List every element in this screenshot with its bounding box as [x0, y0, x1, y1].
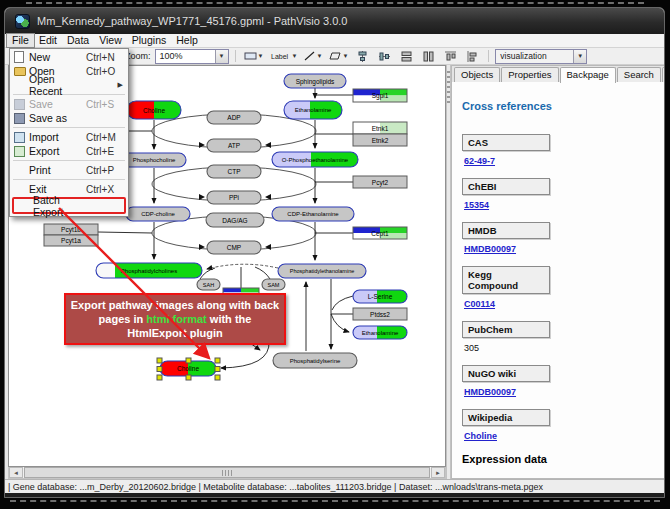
- menubar-item-help[interactable]: Help: [171, 34, 203, 47]
- tab-properties[interactable]: Properties: [501, 67, 558, 82]
- file-menu-item-print[interactable]: PrintCtrl+P: [10, 163, 128, 177]
- visualization-combobox[interactable]: visualization ▼: [495, 49, 587, 64]
- svg-text:Phosphatidylserine: Phosphatidylserine: [290, 358, 341, 364]
- chevron-down-icon[interactable]: ▼: [215, 50, 228, 63]
- cross-references-heading: Cross references: [462, 100, 665, 112]
- pathway-node-l-serine[interactable]: L-Serine: [353, 290, 407, 303]
- xref-link-hmdb00097[interactable]: HMDB00097: [464, 387, 516, 397]
- pathway-node-cmp[interactable]: CMP: [207, 241, 261, 254]
- title-bar[interactable]: Mm_Kennedy_pathway_WP1771_45176.gpml - P…: [5, 8, 664, 34]
- pathway-node-ctp[interactable]: CTP: [207, 165, 261, 178]
- pathway-node-cdp-choline[interactable]: CDP-choline: [126, 207, 190, 221]
- app-icon: [15, 14, 30, 29]
- tab-legend[interactable]: Legend: [662, 67, 665, 82]
- scroll-left-icon[interactable]: ◄: [9, 467, 23, 478]
- pathway-node-ethanolamine[interactable]: Ethanolamine: [284, 101, 342, 119]
- pathway-node-phosphatidylserine[interactable]: Phosphatidylserine: [273, 353, 357, 368]
- menubar-item-plugins[interactable]: Plugins: [127, 34, 171, 47]
- side-panel-tabs: ObjectsPropertiesBackpageSearchLegend: [452, 66, 665, 82]
- file-menu-item-new[interactable]: NewCtrl+N: [10, 50, 128, 64]
- xref-link-c00114[interactable]: C00114: [464, 299, 495, 309]
- menubar-item-file[interactable]: File: [7, 34, 34, 47]
- horizontal-scrollbar[interactable]: ◄ ►: [8, 467, 446, 479]
- pathway-node-etnk2[interactable]: Etnk2: [353, 134, 407, 146]
- pathway-node-etnk1[interactable]: Etnk1: [353, 122, 407, 134]
- xref-header: HMDB: [462, 222, 550, 239]
- selection-handle[interactable]: [157, 358, 162, 363]
- svg-text:CTP: CTP: [228, 168, 241, 175]
- pathway-node-ethanolamine[interactable]: Ethanolamine: [353, 326, 407, 339]
- pathway-node-phosphocholine[interactable]: Phosphocholine: [122, 153, 186, 167]
- xref-section-hmdb: HMDBHMDB00097: [462, 222, 665, 254]
- file-menu-item-batch-export[interactable]: Batch Export: [14, 199, 124, 212]
- datanode-tool-button[interactable]: ▼: [242, 49, 266, 64]
- pathway-node-sah[interactable]: SAH: [197, 279, 220, 290]
- align-center-x-button[interactable]: [353, 49, 372, 64]
- chevron-down-icon[interactable]: ▼: [573, 50, 586, 63]
- chevron-down-icon[interactable]: ▼: [258, 53, 264, 59]
- svg-text:Phosphatidylcholines: Phosphatidylcholines: [121, 268, 177, 274]
- selection-handle[interactable]: [215, 375, 220, 380]
- svg-text:CDP-choline: CDP-choline: [141, 211, 175, 217]
- pathway-node-sam[interactable]: SAM: [262, 279, 285, 290]
- selection-handle[interactable]: [215, 367, 220, 372]
- chevron-down-icon[interactable]: ▼: [316, 53, 322, 59]
- pathway-node-cept1[interactable]: Cept1: [353, 227, 407, 239]
- menu-separator: [13, 179, 125, 180]
- file-menu-item-import[interactable]: ImportCtrl+M: [10, 130, 128, 144]
- zoom-combobox[interactable]: 100% ▼: [155, 49, 229, 64]
- tab-search[interactable]: Search: [617, 67, 661, 82]
- menu-separator: [13, 160, 125, 161]
- selection-handle[interactable]: [186, 358, 191, 363]
- pathway-node-pcyt1a[interactable]: Pcyt1a: [44, 235, 98, 246]
- xref-link-62-49-7[interactable]: 62-49-7: [464, 156, 495, 166]
- pathway-node-pcyt1b[interactable]: Pcyt1b: [44, 224, 98, 235]
- line-tool-button[interactable]: ▼: [302, 49, 324, 64]
- selection-handle[interactable]: [186, 375, 191, 380]
- shape-tool-button[interactable]: ▼: [327, 49, 350, 64]
- pathway-node-sphingolipids[interactable]: Sphingolipids: [284, 74, 346, 88]
- label-tool-button[interactable]: Label▼: [268, 49, 299, 64]
- align-center-y-button[interactable]: [375, 49, 394, 64]
- chevron-down-icon[interactable]: ▼: [291, 53, 297, 59]
- selection-handle[interactable]: [215, 358, 220, 363]
- pathway-node-adp[interactable]: ADP: [207, 111, 261, 124]
- window-title: Mm_Kennedy_pathway_WP1771_45176.gpml - P…: [37, 15, 347, 27]
- export-icon: [14, 146, 25, 157]
- pathway-node-choline[interactable]: Choline: [157, 358, 220, 380]
- pathway-node-dag-ag[interactable]: DAG/AG: [206, 213, 264, 227]
- selection-handle[interactable]: [157, 367, 162, 372]
- xref-link-choline[interactable]: Choline: [464, 431, 497, 441]
- scrollbar-thumb[interactable]: [24, 467, 430, 478]
- xref-link-hmdb00097[interactable]: HMDB00097: [464, 244, 516, 254]
- pathway-node-atp[interactable]: ATP: [207, 139, 261, 152]
- stack-horizontal-button[interactable]: [419, 49, 438, 64]
- file-menu-item-export[interactable]: ExportCtrl+E: [10, 144, 128, 158]
- pathway-node-pcyt2[interactable]: Pcyt2: [353, 176, 407, 188]
- pathway-node-sgpl1[interactable]: Sgpl1: [353, 89, 407, 102]
- file-menu-item-save-as[interactable]: Save as: [10, 111, 128, 125]
- pathway-node-phosphatidylethanolamine[interactable]: Phosphatidylethanolamine: [278, 264, 366, 278]
- pathway-node-cdp-ethanolamine[interactable]: CDP-Ethanolamine: [272, 207, 354, 221]
- file-menu-item-open-recent[interactable]: Open Recent▶: [10, 78, 128, 92]
- xref-header: ChEBI: [462, 178, 550, 195]
- align-top-button[interactable]: [441, 49, 460, 64]
- menubar-item-data[interactable]: Data: [62, 34, 94, 47]
- chevron-down-icon[interactable]: ▼: [342, 53, 348, 59]
- pathway-node-o-phosphoethanolamine[interactable]: O-Phosphoethanolamine: [272, 152, 358, 167]
- pathway-node-ptdss2[interactable]: Ptdss2: [353, 308, 407, 320]
- tab-objects[interactable]: Objects: [454, 67, 500, 82]
- pathway-node-choline[interactable]: Choline: [127, 101, 181, 119]
- menubar-item-edit[interactable]: Edit: [34, 34, 62, 47]
- menubar-item-view[interactable]: View: [94, 34, 127, 47]
- selection-handle[interactable]: [157, 375, 162, 380]
- xref-link-15354[interactable]: 15354: [464, 200, 489, 210]
- scroll-right-icon[interactable]: ►: [431, 467, 445, 478]
- align-left-button[interactable]: [463, 49, 482, 64]
- pathway-node-ppi[interactable]: PPi: [207, 191, 261, 204]
- xref-value: 305: [464, 343, 665, 353]
- stack-vertical-button[interactable]: [397, 49, 416, 64]
- tab-backpage[interactable]: Backpage: [560, 67, 616, 83]
- xref-section-cas: CAS62-49-7: [462, 134, 665, 166]
- pathway-node-phosphatidylcholines[interactable]: Phosphatidylcholines: [96, 263, 202, 278]
